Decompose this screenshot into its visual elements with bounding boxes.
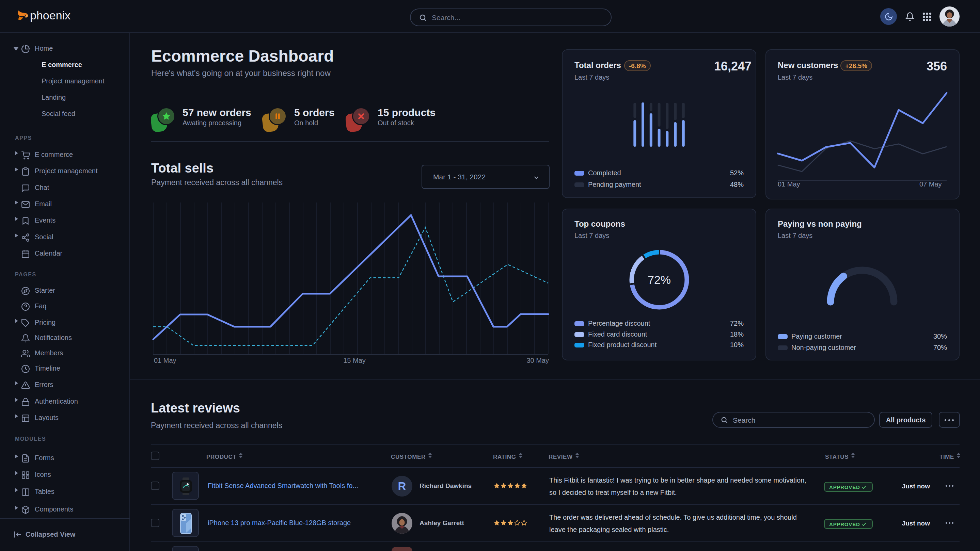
svg-text:72%: 72% (648, 273, 671, 286)
svg-text:30 May: 30 May (527, 357, 549, 364)
svg-text:15 May: 15 May (343, 357, 366, 364)
svg-text:01 May: 01 May (154, 357, 177, 364)
